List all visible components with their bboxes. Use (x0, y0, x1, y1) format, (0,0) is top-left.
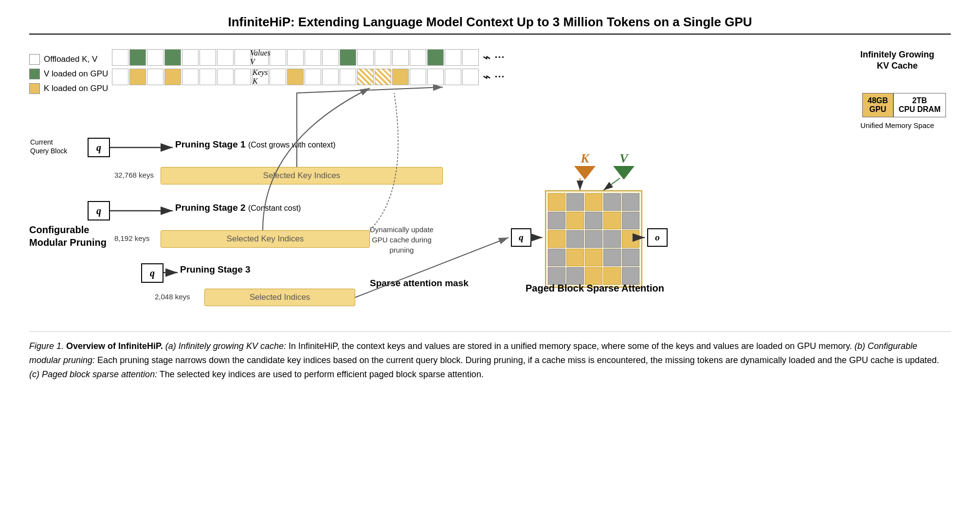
sparse-mask-label: Sparse attention mask (370, 278, 469, 289)
unified-label: Unified Memory Space (849, 121, 946, 129)
selected-bar-1-label: Selected Key Indices (263, 171, 341, 181)
pruning3-text: Pruning Stage 3 (180, 264, 251, 275)
keys-row: Keys K ⌁ ··· (112, 69, 824, 85)
kv-cell (112, 69, 128, 85)
kv-cell (305, 49, 321, 66)
v-label: V (613, 151, 635, 166)
q-label-2: q (96, 205, 101, 217)
grid-cell (585, 267, 602, 285)
kv-cell (270, 49, 286, 66)
pruning2-sub: (Constant cost) (248, 204, 301, 212)
kv-cell (112, 49, 128, 66)
grid-cell (548, 249, 565, 266)
pruning-stage2-label: Pruning Stage 2 (Constant cost) (175, 202, 301, 213)
output-box: o (647, 228, 668, 247)
grid-cell (585, 193, 602, 211)
kv-cell (427, 49, 444, 66)
k-label: K (574, 151, 596, 166)
selected-bar-2: Selected Key Indices (161, 230, 370, 248)
grid-cell (603, 249, 621, 266)
grid-cell (548, 212, 565, 229)
grid-cell (548, 267, 565, 285)
kv-cell (357, 49, 374, 66)
caption-part-a-italic: (a) Infinitely growing KV cache: (165, 341, 286, 351)
kv-cell (217, 49, 234, 66)
legend-item-k-gpu: K loaded on GPU (29, 83, 108, 94)
kv-cell (200, 69, 216, 85)
selected-bar-3: Selected Indices (204, 289, 355, 306)
grid-cell (548, 193, 565, 211)
kv-cell (182, 49, 199, 66)
kv-cell (287, 49, 304, 66)
kv-cell (322, 69, 339, 85)
caption-part-a-text: In InfiniteHiP, the context keys and val… (289, 341, 852, 351)
kv-cell (164, 49, 181, 66)
kv-cell-stripe (357, 69, 374, 85)
kv-cell: Values V (252, 49, 269, 66)
k-arrow: K (574, 151, 596, 180)
kv-cell (147, 69, 163, 85)
caption-part-b-text: Each pruning stage narrows down the cand… (97, 355, 939, 365)
values-row: Values V ⌁ ··· (112, 49, 824, 66)
key-count-1: 32,768 keys (114, 171, 154, 179)
caption-title: Overview of InfiniteHiP. (66, 341, 163, 351)
grid-cell (603, 193, 621, 211)
grid-cell (548, 230, 565, 248)
keys-label: Keys K (253, 68, 268, 86)
query-block-sparse: q (511, 228, 531, 247)
legend-label-k-gpu: K loaded on GPU (44, 84, 108, 93)
grid-cell (622, 230, 639, 248)
kv-cell (340, 49, 356, 66)
key-count-3: 2,048 keys (155, 293, 190, 301)
v-arrow: V (613, 151, 635, 180)
kv-cell (410, 69, 426, 85)
kv-cell (182, 69, 199, 85)
grid-cell (603, 212, 621, 229)
grid-cell (622, 212, 639, 229)
grid-cell (585, 249, 602, 266)
dots-v: ⌁ ··· (483, 49, 505, 66)
kv-cell (445, 49, 461, 66)
selected-bar-2-label: Selected Key Indices (227, 234, 304, 244)
q-sparse-label: q (519, 232, 524, 243)
kv-cell (392, 49, 409, 66)
kv-cell (270, 69, 286, 85)
pruning1-sub: (Cost grows with context) (248, 141, 336, 149)
sparse-attention-container (545, 190, 642, 288)
kv-cell (392, 69, 409, 85)
kv-cell (217, 69, 234, 85)
selected-bar-1: Selected Key Indices (161, 167, 443, 184)
key-count-2: 8,192 keys (114, 234, 150, 242)
query-block-2: q (88, 201, 110, 220)
legend-item-v-gpu: V loaded on GPU (29, 69, 108, 79)
dynamic-update-label: Dynamically updateGPU cache duringprunin… (370, 224, 434, 255)
legend-label-offloaded: Offloaded K, V (44, 55, 97, 64)
current-query-label: CurrentQuery Block (30, 138, 67, 155)
kv-cell (340, 69, 356, 85)
kv-cell (462, 69, 479, 85)
svg-line-9 (603, 178, 620, 190)
legend-box-white (29, 54, 40, 65)
selected-bar-3-label: Selected Indices (250, 293, 310, 302)
kv-cell (462, 49, 479, 66)
legend: Offloaded K, V V loaded on GPU K loaded … (29, 54, 108, 94)
caption: Figure 1. Overview of InfiniteHiP. (a) I… (29, 331, 951, 381)
caption-part-c-italic: (c) Paged block sparse attention: (29, 369, 157, 379)
paged-attention-label: Paged Block Sparse Attention (526, 283, 664, 294)
kv-cell (305, 69, 321, 85)
v-arrow-down (613, 166, 635, 180)
title-divider (29, 34, 951, 35)
grid-cell (566, 249, 584, 266)
o-label: o (655, 232, 660, 243)
k-arrow-down (574, 166, 596, 180)
kv-cell (164, 69, 181, 85)
values-label: Values V (250, 49, 271, 66)
pruning-stage1-label: Pruning Stage 1 (Cost grows with context… (175, 139, 336, 150)
q-label-1: q (96, 142, 101, 153)
grid-cell (566, 230, 584, 248)
kv-section: Values V ⌁ ··· (112, 49, 824, 87)
query-block-1: q (88, 138, 110, 157)
kv-cell (445, 69, 461, 85)
kv-cell (322, 49, 339, 66)
page-title: InfiniteHiP: Extending Language Model Co… (228, 15, 752, 30)
